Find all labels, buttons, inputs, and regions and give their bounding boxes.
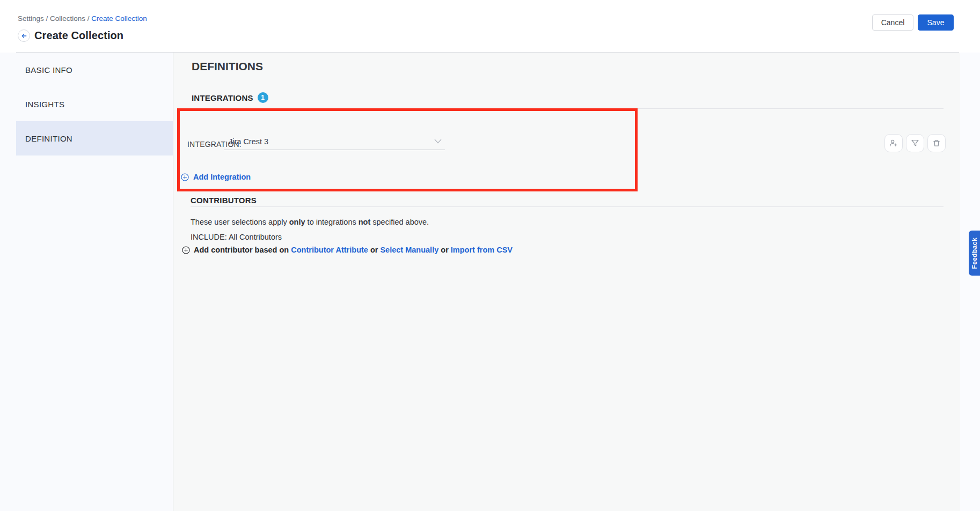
plus-circle-icon [181,173,189,181]
user-plus-icon [889,139,898,147]
page-title: Create Collection [34,29,123,42]
sidebar-item-label: BASIC INFO [25,65,72,75]
plus-circle-icon [182,246,190,254]
sidebar-item-definition[interactable]: DEFINITION [16,121,173,155]
integrations-divider [191,108,944,109]
sidebar-item-basic-info[interactable]: BASIC INFO [0,53,173,87]
integrations-count-badge: 1 [258,92,268,103]
delete-integration-button[interactable] [927,134,946,152]
filter-icon [911,139,919,147]
integration-select[interactable]: Jira Crest 3 [224,133,445,150]
breadcrumb-current: Create Collection [91,14,147,23]
settings-sidebar: BASIC INFO INSIGHTS DEFINITION [0,53,173,511]
arrow-left-icon [21,33,27,39]
feedback-tab-label: Feedback [971,238,978,269]
contributor-attribute-link[interactable]: Contributor Attribute [291,246,368,254]
import-from-csv-link[interactable]: Import from CSV [451,246,513,254]
save-button[interactable]: Save [918,14,954,31]
definitions-panel: DEFINITIONS INTEGRATIONS 1 INTEGRATION: … [173,53,960,511]
add-contributor-text: Add contributor based on Contributor Att… [194,246,513,254]
contributors-divider [191,206,944,207]
section-title: DEFINITIONS [192,60,263,73]
add-contributor-to-integration-button[interactable] [884,134,903,152]
chevron-down-icon [434,139,445,144]
contributors-heading: CONTRIBUTORS [191,196,257,205]
breadcrumb: Settings / Collections / Create Collecti… [18,14,147,23]
cancel-button[interactable]: Cancel [872,14,913,31]
contributors-note: These user selections apply only to inte… [191,218,429,226]
integrations-heading: INTEGRATIONS [192,93,253,102]
include-line: INCLUDE: All Contributors [191,233,282,241]
feedback-tab[interactable]: Feedback [969,231,980,276]
integrations-heading-row: INTEGRATIONS 1 [192,92,268,103]
sidebar-item-label: INSIGHTS [25,100,64,109]
filter-integration-button[interactable] [906,134,924,152]
sidebar-item-label: DEFINITION [25,134,72,143]
sidebar-item-insights[interactable]: INSIGHTS [0,87,173,121]
back-button[interactable] [18,29,30,42]
add-contributor-line: Add contributor based on Contributor Att… [182,246,513,254]
breadcrumb-trail[interactable]: Settings / Collections / [18,14,91,23]
page-header: Settings / Collections / Create Collecti… [0,0,980,53]
integration-select-value: Jira Crest 3 [224,137,268,146]
trash-icon [932,139,941,147]
add-integration-link[interactable]: Add Integration [181,173,251,181]
add-integration-label: Add Integration [193,173,251,181]
select-manually-link[interactable]: Select Manually [380,246,438,254]
